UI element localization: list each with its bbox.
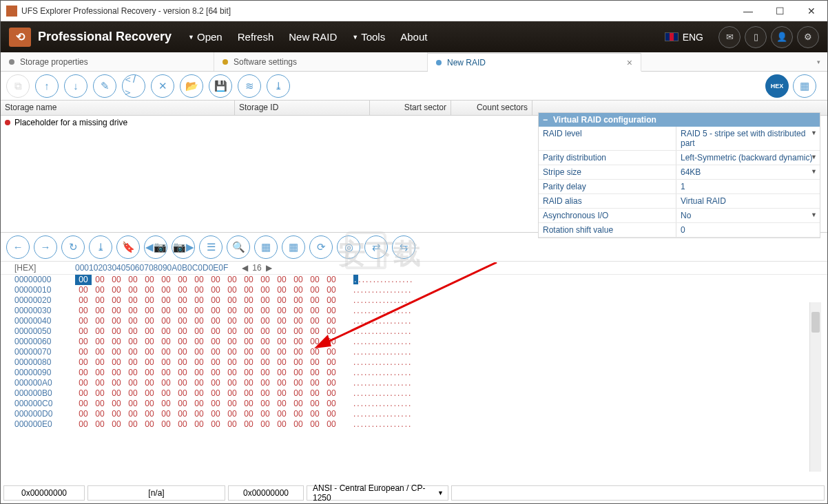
hex-redo-button[interactable]: ↻ bbox=[61, 235, 85, 259]
hex-row[interactable]: 0000007000000000000000000000000000000000… bbox=[1, 347, 827, 357]
menu-refresh[interactable]: Refresh bbox=[238, 31, 274, 43]
dropdown-icon[interactable]: ▼ bbox=[811, 168, 817, 175]
col-count-sectors[interactable]: Count sectors bbox=[451, 101, 532, 115]
hex-download-button[interactable]: ⤓ bbox=[89, 235, 112, 259]
menu-tools[interactable]: ▼Tools bbox=[352, 31, 385, 43]
user-button[interactable]: 👤 bbox=[771, 26, 793, 48]
tool-edit-button[interactable]: ✎ bbox=[93, 74, 116, 98]
settings-button[interactable]: ⚙ bbox=[797, 26, 819, 48]
tabs-menu-icon[interactable]: ▾ bbox=[810, 59, 827, 65]
notify-button[interactable]: ✉ bbox=[718, 26, 741, 48]
tool-export-button[interactable]: ⤓ bbox=[267, 74, 290, 98]
hex-row[interactable]: 0000000000000000000000000000000000000000… bbox=[1, 275, 827, 285]
hex-compare2-button[interactable]: ⇆ bbox=[392, 235, 415, 259]
hex-mode-button[interactable]: HEX bbox=[765, 74, 789, 98]
col-start-sector[interactable]: Start sector bbox=[370, 101, 451, 115]
menu-open[interactable]: ▼Open bbox=[188, 31, 222, 43]
hex-row[interactable]: 000000A000000000000000000000000000000000… bbox=[1, 378, 827, 388]
hex-bookmark-button[interactable]: 🔖 bbox=[116, 235, 140, 259]
tab-software-settings[interactable]: Software settings bbox=[214, 52, 428, 71]
hex-camera-prev-button[interactable]: ◀📷 bbox=[144, 235, 167, 259]
hex-fwd-button[interactable]: → bbox=[34, 235, 57, 259]
menu-new-raid[interactable]: New RAID bbox=[289, 31, 337, 43]
hex-width-control[interactable]: ◀ 16 ▶ bbox=[242, 263, 271, 273]
status-encoding[interactable]: ANSI - Central European / CP-1250▼ bbox=[307, 485, 448, 501]
dropdown-icon[interactable]: ▼ bbox=[811, 129, 817, 136]
dropdown-icon[interactable]: ▼ bbox=[811, 154, 817, 160]
config-label: RAID level bbox=[539, 127, 676, 150]
minimize-button[interactable]: — bbox=[732, 1, 764, 21]
hex-row[interactable]: 0000005000000000000000000000000000000000… bbox=[1, 326, 827, 337]
tool-copy-button[interactable]: ⧉ bbox=[6, 74, 30, 98]
window-title: UFS Explorer Professional Recovery - ver… bbox=[21, 6, 732, 16]
tool-up-button[interactable]: ↑ bbox=[35, 74, 59, 98]
config-row[interactable]: RAID aliasVirtual RAID bbox=[539, 194, 820, 209]
hex-label: [HEX] bbox=[14, 263, 75, 273]
tool-open-button[interactable]: 📂 bbox=[180, 74, 203, 98]
hex-scrollbar[interactable] bbox=[809, 302, 821, 472]
tab-storage-properties[interactable]: Storage properties bbox=[1, 52, 214, 71]
hex-row[interactable]: 0000009000000000000000000000000000000000… bbox=[1, 368, 827, 378]
width-left-icon[interactable]: ◀ bbox=[242, 263, 248, 273]
col-storage-name[interactable]: Storage name bbox=[1, 101, 235, 115]
tool-layers-button[interactable]: ≋ bbox=[238, 74, 261, 98]
status-offset2: 0x00000000 bbox=[228, 485, 304, 501]
dropdown-icon[interactable]: ▼ bbox=[811, 211, 817, 218]
hex-body[interactable]: 0000000000000000000000000000000000000000… bbox=[1, 275, 827, 437]
config-value[interactable]: No▼ bbox=[676, 209, 820, 222]
config-row[interactable]: Stripe size64KB▼ bbox=[539, 165, 820, 180]
config-value[interactable]: Virtual RAID bbox=[676, 194, 820, 208]
panel-button[interactable]: ▯ bbox=[745, 26, 767, 48]
app-icon bbox=[6, 6, 17, 17]
config-row[interactable]: Parity delay1 bbox=[539, 180, 820, 194]
config-row[interactable]: Rotation shift value0 bbox=[539, 223, 820, 238]
tab-close-icon[interactable]: × bbox=[627, 57, 632, 68]
hex-target-button[interactable]: ◎ bbox=[337, 235, 360, 259]
hex-search-button[interactable]: 🔍 bbox=[227, 235, 250, 259]
hex-back-button[interactable]: ← bbox=[6, 235, 30, 259]
close-button[interactable]: ✕ bbox=[796, 1, 827, 21]
collapse-icon[interactable]: − bbox=[543, 115, 548, 125]
config-row[interactable]: Parity distributionLeft-Symmetric (backw… bbox=[539, 151, 820, 165]
language-label[interactable]: ENG bbox=[683, 32, 703, 43]
hex-row[interactable]: 0000003000000000000000000000000000000000… bbox=[1, 306, 827, 316]
config-row[interactable]: RAID levelRAID 5 - stripe set with distr… bbox=[539, 127, 820, 151]
hex-row[interactable]: 000000E000000000000000000000000000000000… bbox=[1, 419, 827, 430]
tool-down-button[interactable]: ↓ bbox=[64, 74, 87, 98]
hex-list-button[interactable]: ☰ bbox=[199, 235, 222, 259]
menu-about[interactable]: About bbox=[400, 31, 427, 43]
hex-struct-button[interactable]: ▦ bbox=[282, 235, 305, 259]
config-value[interactable]: 1 bbox=[676, 180, 820, 193]
hex-refresh-button[interactable]: ⟳ bbox=[309, 235, 333, 259]
tool-remove-button[interactable]: ✕ bbox=[151, 74, 174, 98]
config-row[interactable]: Asynchronous I/ONo▼ bbox=[539, 209, 820, 223]
hex-row[interactable]: 000000C000000000000000000000000000000000… bbox=[1, 399, 827, 409]
config-value[interactable]: 64KB▼ bbox=[676, 165, 820, 179]
panel-header[interactable]: −Virtual RAID configuration bbox=[539, 113, 820, 127]
raid-config-panel: −Virtual RAID configuration RAID levelRA… bbox=[538, 112, 820, 238]
hex-camera-next-button[interactable]: 📷▶ bbox=[172, 235, 195, 259]
config-value[interactable]: RAID 5 - stripe set with distributed par… bbox=[676, 127, 820, 150]
hex-row[interactable]: 0000002000000000000000000000000000000000… bbox=[1, 295, 827, 306]
tool-grid-button[interactable]: ▦ bbox=[793, 74, 816, 98]
hex-row[interactable]: 000000D000000000000000000000000000000000… bbox=[1, 409, 827, 419]
hex-row[interactable]: 0000008000000000000000000000000000000000… bbox=[1, 357, 827, 368]
scrollbar-thumb[interactable] bbox=[811, 312, 820, 333]
col-storage-id[interactable]: Storage ID bbox=[235, 101, 370, 115]
tab-new-raid[interactable]: New RAID× bbox=[428, 53, 641, 72]
hex-address: 000000D0 bbox=[14, 409, 75, 419]
config-value[interactable]: Left-Symmetric (backward dynamic)▼ bbox=[676, 151, 820, 165]
hex-address: 000000C0 bbox=[14, 399, 75, 409]
hex-row[interactable]: 000000B000000000000000000000000000000000… bbox=[1, 388, 827, 399]
config-value[interactable]: 0 bbox=[676, 223, 820, 237]
tool-code-button[interactable]: ＜/＞ bbox=[122, 74, 145, 98]
hex-row[interactable]: 0000001000000000000000000000000000000000… bbox=[1, 285, 827, 295]
flag-icon bbox=[665, 32, 679, 41]
hex-grid-button[interactable]: ▦ bbox=[254, 235, 278, 259]
tool-save-button[interactable]: 💾 bbox=[209, 74, 232, 98]
hex-compare-button[interactable]: ⇄ bbox=[364, 235, 388, 259]
width-right-icon[interactable]: ▶ bbox=[266, 263, 272, 273]
maximize-button[interactable]: ☐ bbox=[764, 1, 796, 21]
hex-row[interactable]: 0000004000000000000000000000000000000000… bbox=[1, 316, 827, 326]
hex-row[interactable]: 0000006000000000000000000000000000000000… bbox=[1, 337, 827, 347]
